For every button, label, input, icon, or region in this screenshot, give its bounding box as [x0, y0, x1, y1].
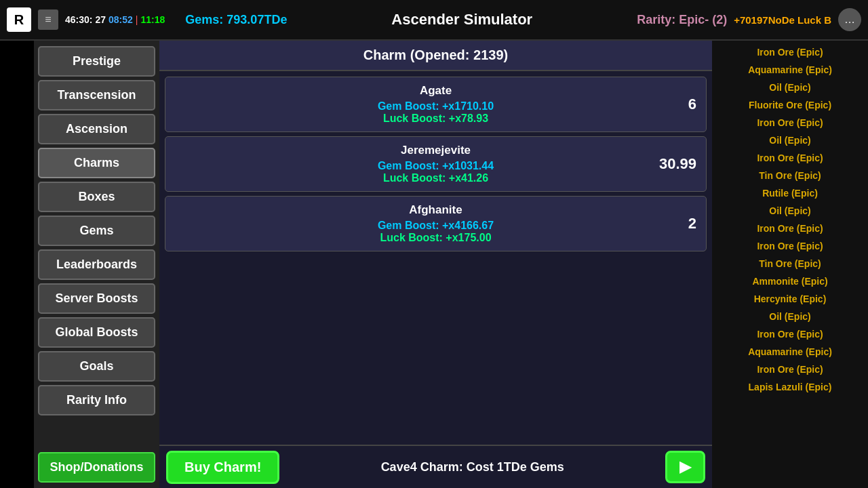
sidebar-item-rarity-info[interactable]: Rarity Info	[38, 385, 155, 415]
charm-gem-boost: Gem Boost: +x1710.10	[175, 100, 696, 113]
sidebar: PrestigeTranscensionAscensionCharmsBoxes…	[34, 41, 159, 488]
time-separator: |	[136, 14, 138, 25]
charm-name: Afghanite	[175, 203, 696, 217]
gems-display: Gems: 793.07TDe	[185, 13, 287, 27]
sidebar-item-ascension[interactable]: Ascension	[38, 114, 155, 144]
sidebar-item-leaderboards[interactable]: Leaderboards	[38, 249, 155, 280]
right-panel-item: Rutile (Epic)	[712, 184, 868, 202]
charm-card: Jeremejevite Gem Boost: +x1031.44 Luck B…	[165, 136, 707, 192]
charm-count: 2	[688, 215, 696, 232]
right-panel-item: Tin Ore (Epic)	[712, 255, 868, 272]
right-panel-item: Oil (Epic)	[712, 79, 868, 96]
right-panel-item: Iron Ore (Epic)	[712, 220, 868, 237]
time-display: 46:30: 27 08:52 | 11:18	[65, 14, 165, 25]
cost-text: Cave4 Charm: Cost 1TDe Gems	[288, 460, 657, 474]
charm-count: 6	[688, 96, 696, 113]
charm-count: 30.99	[659, 155, 696, 173]
right-panel-item: Aquamarine (Epic)	[712, 61, 868, 79]
charm-header: Charm (Opened: 2139)	[159, 41, 712, 71]
right-panel-item: Oil (Epic)	[712, 202, 868, 220]
right-panel-item: Ammonite (Epic)	[712, 272, 868, 290]
right-panel-item: Oil (Epic)	[712, 131, 868, 149]
charm-card: Afghanite Gem Boost: +x4166.67 Luck Boos…	[165, 196, 707, 251]
bottom-bar: Buy Charm! Cave4 Charm: Cost 1TDe Gems ▶	[159, 445, 712, 488]
top-bar: R ≡ 46:30: 27 08:52 | 11:18 Gems: 793.07…	[0, 0, 868, 41]
sidebar-item-charms[interactable]: Charms	[38, 148, 155, 178]
right-panel-item: Aquamarine (Epic)	[712, 343, 868, 361]
charm-list: Agate Gem Boost: +x1710.10 Luck Boost: +…	[159, 71, 712, 445]
sidebar-item-server-boosts[interactable]: Server Boosts	[38, 283, 155, 314]
game-title: Ascender Simulator	[294, 11, 630, 28]
right-panel-item: Iron Ore (Epic)	[712, 325, 868, 343]
sidebar-item-transcension[interactable]: Transcension	[38, 80, 155, 110]
charm-card: Agate Gem Boost: +x1710.10 Luck Boost: +…	[165, 77, 707, 132]
sidebar-item-boxes[interactable]: Boxes	[38, 182, 155, 212]
right-panel-item: Lapis Lazuli (Epic)	[712, 378, 868, 396]
sidebar-item-gems[interactable]: Gems	[38, 216, 155, 246]
right-panel-item: Tin Ore (Epic)	[712, 167, 868, 184]
right-panel-item: Iron Ore (Epic)	[712, 43, 868, 61]
right-panel-item: Oil (Epic)	[712, 308, 868, 325]
luck-display: +70197NoDe Luck B	[734, 14, 831, 26]
right-panel-item: Iron Ore (Epic)	[712, 149, 868, 167]
sidebar-item-prestige[interactable]: Prestige	[38, 46, 155, 77]
charm-luck-boost: Luck Boost: +x41.26	[175, 172, 696, 184]
time-blue: 08:52	[108, 14, 133, 25]
time-white2: 27	[95, 14, 106, 25]
right-panel-item: Iron Ore (Epic)	[712, 237, 868, 255]
sidebar-item-global-boosts[interactable]: Global Boosts	[38, 317, 155, 348]
right-panel: Iron Ore (Epic)Aquamarine (Epic)Oil (Epi…	[712, 41, 868, 488]
more-button[interactable]: …	[838, 8, 861, 31]
rarity-display: Rarity: Epic- (2)	[637, 13, 727, 27]
time-green: 11:18	[141, 14, 165, 25]
charm-luck-boost: Luck Boost: +x175.00	[175, 232, 696, 244]
doc-icon[interactable]: ≡	[38, 9, 58, 30]
logo-icon: R	[7, 7, 31, 32]
main-panel: Charm (Opened: 2139) Agate Gem Boost: +x…	[159, 41, 712, 488]
buy-charm-button[interactable]: Buy Charm!	[166, 451, 279, 484]
charm-gem-boost: Gem Boost: +x4166.67	[175, 220, 696, 232]
next-button[interactable]: ▶	[665, 451, 705, 483]
right-panel-item: Iron Ore (Epic)	[712, 114, 868, 131]
sidebar-item-shop[interactable]: Shop/Donations	[38, 452, 155, 483]
right-panel-item: Iron Ore (Epic)	[712, 361, 868, 378]
time-white: 46:30:	[65, 14, 92, 25]
charm-name: Jeremejevite	[175, 144, 696, 157]
sidebar-item-goals[interactable]: Goals	[38, 351, 155, 382]
charm-gem-boost: Gem Boost: +x1031.44	[175, 160, 696, 172]
right-panel-item: Fluorite Ore (Epic)	[712, 96, 868, 114]
charm-luck-boost: Luck Boost: +x78.93	[175, 113, 696, 125]
right-panel-item: Hercynite (Epic)	[712, 290, 868, 308]
charm-name: Agate	[175, 84, 696, 98]
